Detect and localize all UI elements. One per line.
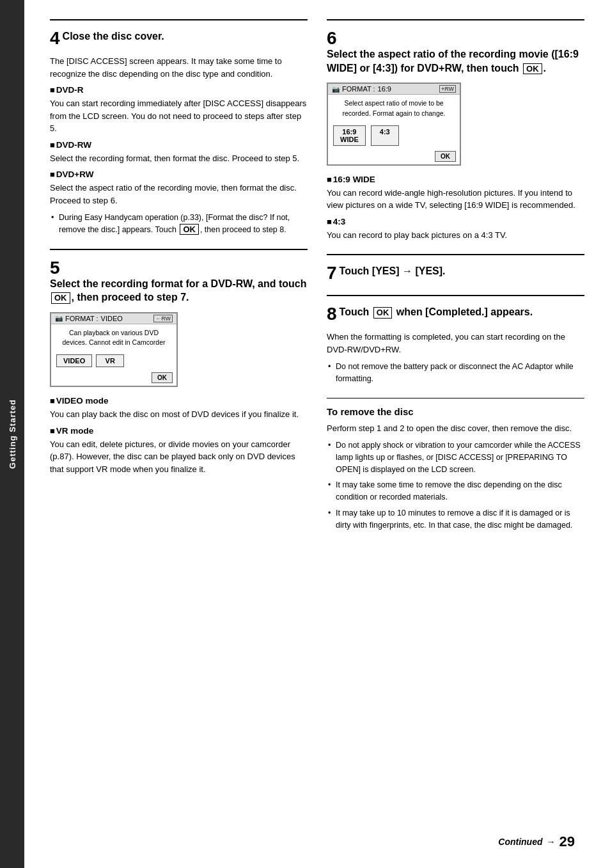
step4-number: 4: [50, 28, 60, 48]
step4-dvdplusrw-text: Select the aspect ratio of the recording…: [50, 182, 308, 207]
step5-screen-header: 📷 FORMAT : VIDEO ←RW: [51, 313, 176, 324]
step5-cam-icon: 📷: [55, 315, 63, 322]
step4-section: 4Close the disc cover. The [DISC ACCESS]…: [50, 19, 308, 236]
step5-subheading-video: VIDEO mode: [50, 396, 308, 406]
step6-screen-header: 📷 FORMAT : 16:9 +RW: [328, 84, 460, 95]
step5-screen-ok[interactable]: OK: [152, 372, 173, 383]
step8-divider: [327, 295, 584, 296]
step4-dvdr-text: You can start recording immediately afte…: [50, 97, 308, 135]
step5-ok-box: OK: [51, 292, 70, 304]
sidebar: Getting Started: [0, 0, 24, 868]
step4-bullet1-text2: , then proceed to step 8.: [200, 225, 286, 234]
step4-title: Close the disc cover.: [63, 29, 164, 43]
step6-section: 6Select the aspect ratio of the recordin…: [327, 19, 584, 241]
step7-divider: [327, 254, 584, 255]
left-column: 4Close the disc cover. The [DISC ACCESS]…: [50, 19, 308, 842]
step4-body1: The [DISC ACCESS] screen appears. It may…: [50, 55, 308, 80]
step6-wide-btn[interactable]: 16:9WIDE: [333, 125, 366, 146]
step6-format-label: FORMAT :: [342, 85, 375, 93]
step6-wide-text: You can record wide-angle high-resolutio…: [327, 187, 584, 212]
step5-screen-text: Can playback on various DVD devices. Can…: [62, 329, 165, 347]
to-remove-bullet2: It may take some time to remove the disc…: [327, 479, 584, 503]
step5-title: Select the recording format for a DVD-RW…: [50, 277, 308, 304]
step6-screen-buttons: 16:9WIDE 4:3: [328, 123, 460, 150]
continued-text: Continued: [498, 837, 542, 847]
step5-vr-text: You can edit, delete pictures, or divide…: [50, 438, 308, 476]
step4-dvdrw-text: Select the recording format, then format…: [50, 152, 308, 165]
step4-subheading-dvdrw: DVD-RW: [50, 140, 308, 150]
to-remove-bullet3: It may take up to 10 minutes to remove a…: [327, 507, 584, 532]
step7-heading-block: 7Touch [YES] → [YES].: [327, 264, 584, 282]
step6-screen-text: Select aspect ratio of movie to be recor…: [342, 99, 445, 117]
page-container: Getting Started 4Close the disc cover. T…: [0, 0, 610, 868]
to-remove-heading: To remove the disc: [327, 398, 584, 417]
step4-subheading-dvdplusrw: DVD+RW: [50, 170, 308, 179]
step6-ok-box: OK: [523, 63, 542, 75]
step5-heading-block: 5Select the recording format for a DVD-R…: [50, 259, 308, 304]
page-number: 29: [559, 833, 575, 850]
step6-number: 6: [327, 28, 337, 48]
step6-subheading-43: 4:3: [327, 217, 584, 226]
step5-format-label: FORMAT :: [65, 315, 98, 322]
step6-screen-footer: OK: [328, 150, 460, 164]
step8-title: Touch OK when [Completed.] appears.: [340, 305, 533, 319]
step8-ok-box: OK: [373, 307, 393, 319]
step5-screen-footer: OK: [51, 371, 176, 386]
step4-divider: [50, 19, 308, 20]
step6-screen-ok[interactable]: OK: [435, 151, 456, 162]
page-footer: Continued → 29: [498, 833, 575, 850]
step8-number: 8: [327, 304, 337, 324]
step5-vr-btn[interactable]: VR: [96, 354, 124, 367]
step5-screen-buttons: VIDEO VR: [51, 352, 176, 371]
step8-heading-block: 8Touch OK when [Completed.] appears.: [327, 305, 584, 323]
step6-screen-body: Select aspect ratio of movie to be recor…: [328, 95, 460, 123]
step6-screen-left: 📷 FORMAT : 16:9: [332, 85, 391, 93]
step5-number: 5: [50, 258, 60, 278]
step6-43-btn[interactable]: 4:3: [371, 125, 399, 146]
step6-standard-text: You can record to play back pictures on …: [327, 229, 584, 242]
step5-screen-left: 📷 FORMAT : VIDEO: [55, 315, 123, 322]
step6-title: Select the aspect ratio of the recording…: [327, 47, 584, 75]
step5-section: 5Select the recording format for a DVD-R…: [50, 249, 308, 476]
main-content: 4Close the disc cover. The [DISC ACCESS]…: [24, 0, 610, 868]
step6-rw-badge: +RW: [439, 85, 456, 93]
to-remove-bullet1: Do not apply shock or vibration to your …: [327, 439, 584, 475]
step6-format-value: 16:9: [378, 85, 391, 93]
step5-divider: [50, 249, 308, 250]
continued-arrow: →: [547, 837, 556, 847]
step5-screen-body: Can playback on various DVD devices. Can…: [51, 324, 176, 352]
to-remove-section: To remove the disc Perform step 1 and 2 …: [327, 398, 584, 532]
step6-divider: [327, 19, 584, 20]
to-remove-body1: Perform step 1 and 2 to open the disc co…: [327, 422, 584, 435]
step7-section: 7Touch [YES] → [YES].: [327, 254, 584, 282]
step6-heading-block: 6Select the aspect ratio of the recordin…: [327, 29, 584, 75]
step7-title: Touch [YES] → [YES].: [340, 264, 446, 278]
step8-body1: When the formatting is completed, you ca…: [327, 331, 584, 356]
step5-video-btn[interactable]: VIDEO: [56, 354, 92, 367]
step4-ok-box: OK: [180, 224, 199, 235]
step5-subheading-vr: VR mode: [50, 426, 308, 436]
step7-number: 7: [327, 263, 337, 283]
step6-cam-icon: 📷: [332, 86, 340, 93]
step8-section: 8Touch OK when [Completed.] appears. Whe…: [327, 295, 584, 385]
step5-screen: 📷 FORMAT : VIDEO ←RW Can playback on var…: [50, 312, 178, 388]
right-column: 6Select the aspect ratio of the recordin…: [327, 19, 584, 842]
step4-subheading-dvdr: DVD-R: [50, 85, 308, 95]
step6-screen: 📷 FORMAT : 16:9 +RW Select aspect ratio …: [327, 83, 461, 166]
step4-bullet1: During Easy Handycam operation (p.33), […: [50, 212, 308, 236]
step6-subheading-169: 16:9 WIDE: [327, 175, 584, 184]
sidebar-label: Getting Started: [8, 399, 17, 469]
step5-rw-badge: ←RW: [153, 315, 173, 322]
step8-bullet1: Do not remove the battery pack or discon…: [327, 361, 584, 385]
step4-heading-block: 4Close the disc cover.: [50, 29, 308, 47]
step5-video-text: You can play back the disc on most of DV…: [50, 408, 308, 421]
step5-format-value: VIDEO: [101, 315, 123, 322]
